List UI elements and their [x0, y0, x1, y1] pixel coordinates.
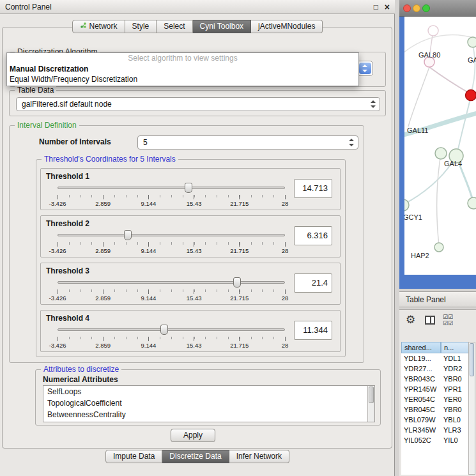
table-cell[interactable]: YPR1 — [443, 384, 469, 394]
slider-track[interactable] — [58, 234, 285, 236]
table-row[interactable]: YBR045C YBR0 — [401, 404, 469, 415]
slider-thumb[interactable] — [160, 325, 168, 335]
table-panel-titlebar: Table Panel — [399, 291, 476, 307]
table-cell[interactable]: YBR0 — [443, 404, 469, 415]
threshold-4-label: Threshold 4 — [46, 314, 89, 323]
table-row[interactable]: YDR27... YDR2 — [401, 364, 469, 374]
table-row[interactable]: YPR145W YPR1 — [401, 384, 469, 394]
interval-definition-group: Interval Definition Number of Intervals … — [9, 125, 364, 363]
slider-track[interactable] — [58, 281, 285, 284]
minimize-button[interactable] — [413, 4, 420, 12]
list-scrollbar[interactable] — [367, 386, 374, 422]
number-of-intervals-combo[interactable]: 5 — [137, 135, 358, 150]
columns-icon[interactable] — [425, 316, 435, 325]
combo-arrows-icon — [348, 138, 355, 147]
bottom-tab-bar: Impute Data Discretize Data Infer Networ… — [0, 450, 395, 463]
slider-tick-labels: -3.426 2.859 9.144 15.43 21.715 28 — [58, 295, 285, 302]
table-row[interactable]: YER054C YER0 — [401, 394, 469, 404]
network-node[interactable] — [428, 26, 438, 36]
tab-jactivemnodules[interactable]: jActiveMNodules — [251, 20, 323, 33]
node-label: HAP2 — [411, 252, 429, 259]
tab-style[interactable]: Style — [125, 20, 157, 33]
slider-track[interactable] — [58, 187, 285, 189]
threshold-2-slider[interactable] — [58, 230, 285, 241]
list-item[interactable]: TopologicalCoefficient — [43, 397, 374, 409]
tab-infer-network[interactable]: Infer Network — [229, 450, 289, 463]
zoom-button[interactable] — [422, 4, 430, 12]
float-window-icon[interactable]: □ — [374, 0, 378, 14]
dropdown-option-manual-discretization[interactable]: Manual Discretization — [7, 64, 358, 74]
table-cell[interactable]: YDL19... — [404, 353, 441, 364]
network-node[interactable] — [435, 148, 447, 159]
top-tab-bar: Network Style Select Cyni Toolbox jActiv… — [0, 20, 395, 33]
attributes-group-title: Attributes to discretize — [41, 365, 121, 374]
threshold-4-slider[interactable] — [58, 325, 285, 335]
slider-track[interactable] — [58, 328, 285, 331]
table-row[interactable]: YBR043C YBR0 — [401, 374, 469, 384]
tab-network[interactable]: Network — [72, 20, 125, 33]
slider-ruler — [58, 195, 285, 199]
table-scrollbar[interactable] — [468, 342, 475, 475]
threshold-1-value-field[interactable]: 14.713 — [294, 179, 332, 198]
table-cell[interactable]: YBL079W — [404, 415, 441, 425]
tab-cyni-toolbox[interactable]: Cyni Toolbox — [193, 20, 251, 33]
threshold-3-slider[interactable] — [58, 277, 285, 288]
node-label: GAL11 — [407, 127, 428, 134]
table-cell[interactable]: YBR045C — [404, 404, 441, 415]
threshold-1-label: Threshold 1 — [46, 172, 89, 181]
tab-discretize-data[interactable]: Discretize Data — [162, 450, 229, 463]
table-cell[interactable]: YBR0 — [443, 374, 469, 384]
table-row[interactable]: YBL079W YBL0 — [401, 415, 469, 425]
table-cell[interactable]: YER054C — [404, 394, 441, 404]
threshold-3-value-field[interactable]: 21.4 — [294, 273, 332, 293]
gear-icon[interactable]: ⚙ — [406, 314, 415, 326]
numerical-attributes-label: Numerical Attributes — [43, 375, 118, 384]
table-data-combo[interactable]: galFiltered.sif default node — [16, 97, 380, 111]
table-cell[interactable]: YIL052C — [404, 435, 441, 445]
list-item[interactable]: SelfLoops — [43, 386, 374, 397]
table-row[interactable]: YIL052C YIL0 — [401, 435, 469, 445]
table-cell[interactable]: YER0 — [443, 394, 469, 404]
table-cell[interactable]: YLR3 — [443, 425, 469, 435]
list-item[interactable]: BetweennessCentrality — [43, 409, 374, 420]
dropdown-option-equal-width[interactable]: Equal Width/Frequency Discretization — [7, 74, 358, 84]
table-row[interactable]: YDL19... YDL1 — [401, 353, 469, 364]
table-cell[interactable]: YDL1 — [443, 353, 469, 364]
table-cell[interactable]: YPR145W — [404, 384, 441, 394]
close-icon[interactable]: × — [385, 0, 390, 14]
threshold-1-slider[interactable] — [58, 183, 285, 194]
threshold-4-value-field[interactable]: 11.344 — [294, 321, 332, 340]
tab-select[interactable]: Select — [157, 20, 192, 33]
network-node[interactable] — [434, 243, 443, 252]
slider-thumb[interactable] — [185, 183, 192, 193]
table-cell[interactable]: YDR27... — [404, 364, 441, 374]
table-cell[interactable]: YBL0 — [443, 415, 469, 425]
select-columns-icon[interactable]: ☑☑☑☑ — [443, 314, 458, 326]
table-cell[interactable]: YDR2 — [443, 364, 469, 374]
apply-button[interactable]: Apply — [171, 429, 215, 442]
combo-arrows-icon[interactable] — [359, 63, 371, 74]
network-node[interactable] — [468, 37, 476, 47]
slider-thumb[interactable] — [124, 230, 132, 240]
network-window-frame: GAL80 GA GAL11 GAL4 GCY1 HAP2 — [399, 17, 476, 289]
table-panel: ⚙ ☑☑☑☑ shared... n... YDL19... YDL1 YDR2… — [399, 309, 476, 476]
table-grid: YDL19... YDL1 YDR27... YDR2 YBR043C YBR0… — [401, 353, 469, 475]
column-header-name[interactable]: n... — [441, 342, 469, 353]
network-node[interactable] — [468, 197, 476, 209]
table-cell[interactable]: YLR345W — [404, 425, 441, 435]
combo-arrows-icon — [370, 100, 376, 109]
close-button[interactable] — [403, 4, 411, 12]
tab-impute-data[interactable]: Impute Data — [105, 450, 162, 463]
slider-thumb[interactable] — [233, 277, 241, 288]
network-canvas[interactable]: GAL80 GA GAL11 GAL4 GCY1 HAP2 — [404, 17, 476, 275]
table-cell[interactable]: YBR043C — [404, 374, 441, 384]
table-cell[interactable]: YIL0 — [443, 435, 469, 445]
numerical-attributes-list[interactable]: SelfLoops TopologicalCoefficient Between… — [43, 385, 375, 422]
table-row[interactable]: YLR345W YLR3 — [401, 425, 469, 435]
slider-tick-labels: -3.426 2.859 9.144 15.43 21.715 28 — [58, 342, 285, 349]
threshold-2-value-field[interactable]: 6.316 — [294, 226, 332, 245]
screen: Control Panel □ × Network Style Select C… — [0, 0, 476, 476]
column-header-shared-name[interactable]: shared... — [401, 342, 441, 353]
number-of-intervals-value: 5 — [143, 136, 344, 149]
network-node-selected[interactable] — [466, 90, 476, 101]
